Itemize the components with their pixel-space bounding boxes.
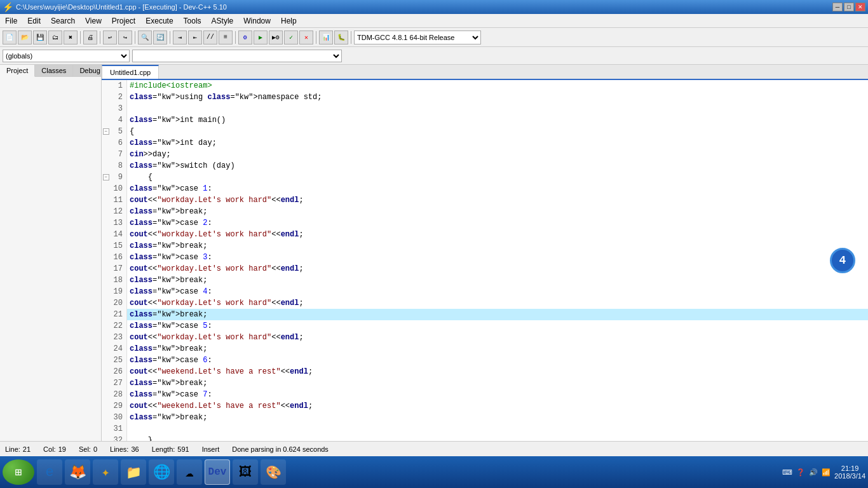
- code-line-2[interactable]: class="kw">using class="kw">namespace st…: [127, 92, 868, 103]
- menu-search[interactable]: Search: [46, 14, 80, 27]
- code-line-9[interactable]: {: [127, 172, 868, 183]
- code-line-6[interactable]: class="kw">int day;: [127, 137, 868, 149]
- clock: 21:19 2018/3/14: [834, 464, 865, 480]
- code-line-24[interactable]: class="kw">break;: [127, 343, 868, 355]
- minimize-button[interactable]: ─: [832, 3, 843, 11]
- taskbar-chrome[interactable]: 🌐: [149, 459, 174, 485]
- close-file-button[interactable]: ✖: [64, 30, 78, 44]
- taskbar-explorer[interactable]: 📁: [121, 459, 146, 485]
- code-line-32[interactable]: }: [127, 435, 868, 441]
- code-line-5[interactable]: {: [127, 126, 868, 137]
- code-line-25[interactable]: class="kw">case 6:: [127, 355, 868, 366]
- taskbar-window[interactable]: 🖼: [233, 459, 258, 485]
- undo-button[interactable]: ↩: [103, 30, 117, 44]
- code-line-27[interactable]: class="kw">break;: [127, 377, 868, 389]
- run-button[interactable]: ▶: [254, 30, 268, 44]
- code-line-12[interactable]: class="kw">break;: [127, 206, 868, 217]
- check-button[interactable]: ✓: [284, 30, 298, 44]
- code-line-31[interactable]: [127, 423, 868, 435]
- debug-button[interactable]: 🐛: [334, 30, 348, 44]
- taskbar-sound-icon: 🔊: [809, 468, 818, 477]
- code-line-18[interactable]: class="kw">break;: [127, 274, 868, 286]
- taskbar-cloud[interactable]: ☁: [177, 459, 202, 485]
- new-button[interactable]: 📄: [3, 30, 17, 44]
- taskbar-ie2[interactable]: ✦: [93, 459, 118, 485]
- taskbar-firefox[interactable]: 🦊: [65, 459, 90, 485]
- menu-file[interactable]: File: [0, 14, 22, 27]
- code-line-7[interactable]: cin>>day;: [127, 149, 868, 160]
- code-line-17[interactable]: cout<<"workday.Let's work hard"<<endl;: [127, 263, 868, 274]
- open-button[interactable]: 📂: [18, 30, 32, 44]
- line-number-17: 17: [102, 263, 126, 274]
- globals-dropdown[interactable]: (globals): [3, 50, 130, 62]
- fold-icon-5[interactable]: −: [103, 128, 109, 135]
- code-line-16[interactable]: class="kw">case 3:: [127, 252, 868, 263]
- indent-button[interactable]: ⇥: [173, 30, 187, 44]
- taskbar-paint[interactable]: 🎨: [261, 459, 286, 485]
- menu-window[interactable]: Window: [238, 14, 276, 27]
- compile-button[interactable]: ⚙: [238, 30, 252, 44]
- code-line-4[interactable]: class="kw">int main(): [127, 114, 868, 126]
- menu-execute[interactable]: Execute: [140, 14, 178, 27]
- menu-tools[interactable]: Tools: [179, 14, 207, 27]
- code-line-10[interactable]: class="kw">case 1:: [127, 183, 868, 194]
- code-line-3[interactable]: [127, 103, 868, 114]
- menu-edit[interactable]: Edit: [22, 14, 46, 27]
- code-line-19[interactable]: class="kw">case 4:: [127, 286, 868, 297]
- tab-project[interactable]: Project: [0, 65, 35, 77]
- lines-value: 36: [131, 445, 139, 453]
- format-button[interactable]: ≡: [219, 30, 233, 44]
- symbol-dropdown[interactable]: [132, 50, 342, 62]
- chart-button[interactable]: 📊: [319, 30, 333, 44]
- replace-button[interactable]: 🔄: [153, 30, 167, 44]
- code-line-29[interactable]: cout<<"weekend.Let's have a rest"<<endl;: [127, 400, 868, 412]
- save-button[interactable]: 💾: [33, 30, 47, 44]
- menu-help[interactable]: Help: [276, 14, 302, 27]
- close-button[interactable]: ✕: [855, 3, 865, 11]
- code-line-14[interactable]: cout<<"workday.Let's work hard"<<endl;: [127, 229, 868, 240]
- stop-button[interactable]: ✕: [299, 30, 313, 44]
- print-button[interactable]: 🖨: [83, 30, 97, 44]
- file-tab-untitled1[interactable]: Untitled1.cpp: [102, 65, 159, 79]
- title-bar-controls: ─ □ ✕: [832, 3, 865, 11]
- sel-label: Sel:: [79, 445, 91, 453]
- divider2: [100, 31, 100, 44]
- code-line-20[interactable]: cout<<"workday.Let's work hard"<<endl;: [127, 297, 868, 309]
- save-all-button[interactable]: 🗂: [48, 30, 62, 44]
- menu-astyle[interactable]: AStyle: [207, 14, 239, 27]
- toolbar2: (globals): [0, 47, 868, 65]
- code-line-28[interactable]: class="kw">case 7:: [127, 389, 868, 400]
- tab-classes[interactable]: Classes: [35, 65, 73, 76]
- status-sel: Sel: 0: [79, 445, 97, 453]
- start-button[interactable]: ⊞: [3, 459, 34, 485]
- compile-run-button[interactable]: ▶⚙: [269, 30, 283, 44]
- status-col: Col: 19: [43, 445, 66, 453]
- code-line-13[interactable]: class="kw">case 2:: [127, 217, 868, 229]
- code-line-11[interactable]: cout<<"workday.Let's work hard"<<endl;: [127, 194, 868, 206]
- unindent-button[interactable]: ⇤: [188, 30, 202, 44]
- compiler-select[interactable]: TDM-GCC 4.8.1 64-bit Release: [354, 30, 481, 44]
- redo-button[interactable]: ↪: [118, 30, 132, 44]
- find-button[interactable]: 🔍: [138, 30, 152, 44]
- maximize-button[interactable]: □: [844, 3, 854, 11]
- line-number-16: 16: [102, 252, 126, 263]
- fold-icon-9[interactable]: −: [103, 174, 109, 180]
- code-line-26[interactable]: cout<<"weekend.Let's have a rest"<<endl;: [127, 366, 868, 377]
- code-line-30[interactable]: class="kw">break;: [127, 412, 868, 423]
- status-length: Length: 591: [152, 445, 189, 453]
- code-line-21[interactable]: class="kw">break;: [127, 309, 868, 320]
- line-number-25: 25: [102, 355, 126, 366]
- menu-project[interactable]: Project: [107, 14, 140, 27]
- taskbar-ie[interactable]: e: [37, 459, 62, 485]
- taskbar-devcpp[interactable]: Dev: [205, 459, 230, 485]
- code-line-8[interactable]: class="kw">switch (day): [127, 160, 868, 172]
- code-content[interactable]: #include<iostream>class="kw">using class…: [127, 80, 868, 441]
- code-line-15[interactable]: class="kw">break;: [127, 240, 868, 252]
- message-text: Done parsing in 0.624 seconds: [232, 445, 329, 453]
- code-line-1[interactable]: #include<iostream>: [127, 80, 868, 92]
- taskbar: ⊞ e 🦊 ✦ 📁 🌐 ☁ Dev 🖼 🎨 ⌨ ❓ 🔊 📶 21:19 2018…: [0, 456, 868, 488]
- code-line-23[interactable]: cout<<"workday.Let's work hard"<<endl;: [127, 332, 868, 343]
- menu-view[interactable]: View: [80, 14, 107, 27]
- toggle-comment-button[interactable]: //: [203, 30, 217, 44]
- code-line-22[interactable]: class="kw">case 5:: [127, 320, 868, 332]
